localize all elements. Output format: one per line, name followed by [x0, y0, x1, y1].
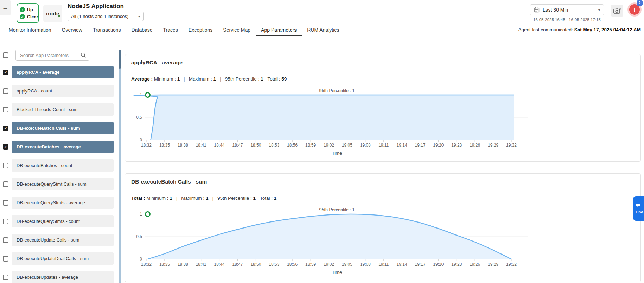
back-button[interactable]: ←: [0, 0, 11, 15]
tab-transactions[interactable]: Transactions: [88, 25, 126, 36]
svg-text:18:38: 18:38: [178, 143, 188, 148]
svg-text:19:02: 19:02: [324, 143, 334, 148]
nodejs-logo-text: node: [46, 11, 59, 17]
monitor-status-badge: ↑ Up ✔ Clear: [17, 3, 39, 23]
tab-bar: Monitor InformationOverviewTransactionsD…: [4, 25, 344, 36]
svg-text:19:20: 19:20: [433, 143, 444, 148]
page-title: NodeJS Application: [68, 3, 124, 10]
svg-text:18:50: 18:50: [250, 143, 261, 148]
svg-text:19:23: 19:23: [451, 143, 462, 148]
svg-text:19:11: 19:11: [378, 143, 389, 148]
svg-text:Time: Time: [332, 270, 342, 275]
chart-plot[interactable]: 00.5118:3218:3518:3818:4118:4418:4718:50…: [125, 54, 640, 161]
chevron-down-icon: ▾: [598, 8, 600, 12]
screenshot-button[interactable]: [611, 5, 623, 17]
parameter-label[interactable]: DB-executeUpdate Calls - sum: [12, 234, 114, 246]
svg-text:18:41: 18:41: [196, 143, 206, 148]
parameter-checkbox[interactable]: ✔: [3, 144, 8, 150]
svg-text:18:44: 18:44: [214, 262, 225, 267]
chevron-down-icon: ▾: [138, 14, 140, 18]
parameter-row: DB-executeQueryStmt Calls - sum: [3, 178, 114, 190]
parameter-row: ✔ DB-executeBatches - average: [3, 141, 114, 153]
agent-label: Agent last communicated:: [518, 27, 574, 32]
svg-text:18:32: 18:32: [141, 143, 152, 148]
status-up-row: ↑ Up: [20, 7, 38, 12]
parameter-label[interactable]: DB-executeBatch Calls - sum: [12, 122, 114, 134]
svg-text:18:56: 18:56: [287, 262, 298, 267]
chart-plot[interactable]: 00.5118:3218:3518:3818:4118:4418:4718:50…: [125, 174, 640, 282]
chat-button[interactable]: Cha: [633, 196, 644, 221]
parameter-row: DB-executeUpdates - average: [3, 271, 114, 283]
search-input[interactable]: [15, 50, 89, 61]
parameter-label[interactable]: DB-executeQueryStmts - count: [12, 215, 114, 227]
parameter-label[interactable]: DB-executeBatches - average: [12, 141, 114, 153]
chart-card-1: DB-executeBatch Calls - sum Total : Mini…: [125, 173, 641, 282]
parameter-row: ✔ DB-executeBatch Calls - sum: [3, 122, 114, 134]
parameter-label[interactable]: applyRCA - count: [12, 85, 114, 97]
agent-last-communicated: Agent last communicated: Sat May 17, 202…: [518, 27, 641, 32]
tab-traces[interactable]: Traces: [158, 25, 183, 36]
tab-rum-analytics[interactable]: RUM Analytics: [302, 25, 344, 36]
parameter-checkbox[interactable]: [3, 107, 8, 112]
time-range-dropdown[interactable]: Last 30 Min ▾: [530, 4, 604, 15]
parameter-checkbox[interactable]: [3, 181, 8, 187]
parameter-label[interactable]: Blocked-Threads-Count - sum: [12, 103, 114, 116]
parameter-checkbox[interactable]: [3, 163, 8, 168]
search-icon[interactable]: [81, 52, 86, 58]
tab-overview[interactable]: Overview: [57, 25, 88, 36]
host-instance-dropdown[interactable]: All (1 hosts and 1 instances) ▾: [68, 12, 144, 21]
parameter-label[interactable]: DB-executeQueryStmts - average: [12, 197, 114, 209]
camera-plus-icon: [613, 8, 621, 14]
host-instance-dropdown-value: All (1 hosts and 1 instances): [71, 14, 128, 19]
parameter-checkbox[interactable]: ✔: [3, 126, 8, 131]
parameter-checkbox[interactable]: [3, 256, 8, 262]
svg-text:19:26: 19:26: [470, 262, 480, 267]
svg-text:18:59: 18:59: [305, 143, 316, 148]
svg-text:19:32: 19:32: [506, 262, 517, 267]
parameter-checkbox[interactable]: [3, 200, 8, 206]
alerts-button[interactable]: !: [629, 4, 640, 15]
parameter-checkbox[interactable]: [3, 275, 8, 280]
sidebar-scrollbar-thumb[interactable]: [119, 50, 121, 69]
parameter-label[interactable]: applyRCA - average: [12, 66, 114, 78]
chat-button-label: Cha: [636, 210, 643, 214]
svg-text:18:32: 18:32: [141, 262, 152, 267]
tab-database[interactable]: Database: [126, 25, 158, 36]
svg-text:95th Percentile : 1: 95th Percentile : 1: [319, 88, 355, 93]
svg-text:18:47: 18:47: [232, 143, 243, 148]
svg-text:0: 0: [140, 257, 142, 262]
tab-bar-divider: [0, 36, 644, 36]
tab-monitor-information[interactable]: Monitor Information: [4, 25, 57, 36]
svg-text:18:41: 18:41: [196, 262, 206, 267]
parameter-checkbox[interactable]: [3, 237, 8, 243]
svg-text:19:29: 19:29: [488, 143, 498, 148]
parameter-label[interactable]: DB-executeUpdateDual Calls - sum: [12, 252, 114, 265]
time-range-dates: 16-05-2025 16:45 - 16-05-2025 17:15: [530, 18, 604, 22]
tab-exceptions[interactable]: Exceptions: [183, 25, 218, 36]
parameter-label[interactable]: DB-executeUpdates - average: [12, 271, 114, 283]
calendar-icon: [534, 7, 540, 13]
svg-text:19:29: 19:29: [488, 262, 498, 267]
svg-text:18:38: 18:38: [178, 262, 188, 267]
tab-service-map[interactable]: Service Map: [218, 25, 256, 36]
tab-app-parameters[interactable]: App Parameters: [256, 25, 302, 36]
svg-text:0: 0: [140, 137, 142, 142]
sidebar-scrollbar-track: [119, 50, 121, 283]
svg-text:18:47: 18:47: [232, 262, 243, 267]
parameter-checkbox[interactable]: ✔: [3, 70, 8, 75]
parameter-checkbox[interactable]: [3, 219, 8, 224]
svg-text:19:11: 19:11: [378, 262, 389, 267]
svg-text:18:35: 18:35: [159, 262, 170, 267]
parameter-label[interactable]: DB-executeBatches - count: [12, 159, 114, 172]
svg-text:19:05: 19:05: [342, 262, 352, 267]
svg-text:19:17: 19:17: [415, 262, 425, 267]
parameter-checkbox[interactable]: [3, 88, 8, 94]
status-up-label: Up: [27, 7, 33, 12]
parameter-row: DB-executeUpdateDual Calls - sum: [3, 252, 114, 265]
select-all-checkbox[interactable]: [3, 52, 8, 58]
agent-timestamp: Sat May 17, 2025 04:04:12 AM: [574, 27, 641, 32]
parameter-label[interactable]: DB-executeQueryStmt Calls - sum: [12, 178, 114, 190]
svg-text:19:08: 19:08: [360, 262, 371, 267]
time-range-value: Last 30 Min: [543, 7, 595, 13]
svg-text:19:23: 19:23: [451, 262, 462, 267]
